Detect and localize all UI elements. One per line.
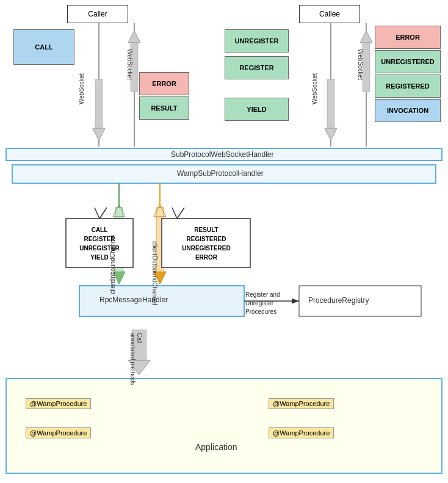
websocket-label-2: WebSocket <box>126 49 133 80</box>
svg-line-34 <box>177 208 184 219</box>
svg-line-30 <box>99 208 107 219</box>
wamp-procedure-tag-3: @WampProcedure <box>269 398 334 409</box>
websocket-label-3: WebSocket <box>311 73 318 104</box>
svg-marker-28 <box>95 208 107 219</box>
subprotocol-label: SubProtocolWebSocketHandler <box>171 150 274 159</box>
svg-marker-2 <box>93 128 105 140</box>
call-annotated-label: Callannotated methods <box>129 333 143 385</box>
callee-label: Callee <box>299 5 360 23</box>
register-procedures-label: Register andUnregisterProcedures <box>245 291 280 316</box>
svg-marker-4 <box>128 31 140 43</box>
svg-line-29 <box>95 208 99 219</box>
invocation-message: INVOCATION <box>375 99 441 122</box>
unregistered-message: UNREGISTERED <box>375 50 441 73</box>
inbound-messages-box: CALLREGISTERUNREGISTERYIELD <box>68 221 131 266</box>
svg-marker-32 <box>172 208 184 219</box>
svg-marker-19 <box>154 205 166 217</box>
registered-message: REGISTERED <box>375 74 441 98</box>
caller-label: Caller <box>67 5 128 23</box>
procedure-registry-label: ProcedureRegistry <box>308 296 369 305</box>
rpc-handler-label: RpcMessageHandler <box>99 296 168 304</box>
yield-message: YIELD <box>225 98 289 121</box>
error-callee-message: ERROR <box>375 26 441 49</box>
register-message: REGISTER <box>225 56 289 79</box>
error-caller-message: ERROR <box>139 72 189 95</box>
unregister-message: UNREGISTER <box>225 29 289 53</box>
result-message: RESULT <box>139 96 189 120</box>
svg-marker-16 <box>113 205 125 217</box>
svg-rect-3 <box>95 79 103 128</box>
svg-marker-8 <box>325 128 337 140</box>
websocket-label-1: WebSocket <box>78 73 85 104</box>
outbound-messages-box: RESULTREGISTEREDUNREGISTEREDERROR <box>164 221 249 266</box>
wamp-procedure-tag-4: @WampProcedure <box>269 427 334 438</box>
websocket-label-4: WebSocket <box>357 49 364 80</box>
svg-rect-26 <box>6 379 442 473</box>
wamp-procedure-tag-2: @WampProcedure <box>26 427 91 438</box>
wamp-handler-label: WampSubProtocolHandler <box>177 169 264 178</box>
svg-line-33 <box>172 208 177 219</box>
application-label: Application <box>195 442 237 452</box>
svg-rect-9 <box>327 79 334 128</box>
call-message: CALL <box>13 29 74 65</box>
wamp-procedure-tag-1: @WampProcedure <box>26 398 91 409</box>
svg-marker-10 <box>360 31 372 43</box>
